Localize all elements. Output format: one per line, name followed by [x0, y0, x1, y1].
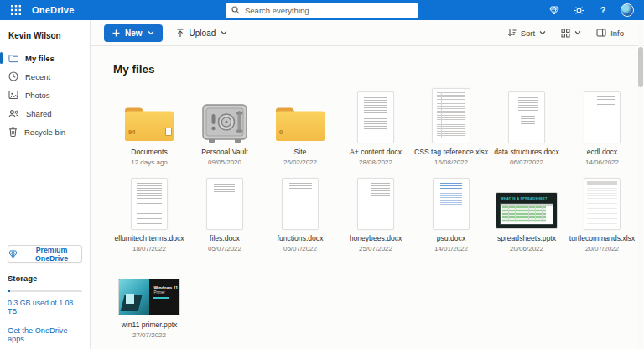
slide-subtitle-text: Primer	[153, 290, 178, 295]
search-bar[interactable]	[226, 3, 418, 18]
upload-icon	[176, 29, 184, 38]
file-date: 14/01/2022	[413, 245, 489, 253]
folder-thumbnail: 0	[262, 88, 338, 143]
file-name: ellumitech terms.docx	[112, 234, 187, 242]
folder-doc-badge	[165, 128, 172, 136]
premium-onedrive-button[interactable]: Premium OneDrive	[8, 245, 82, 263]
sidebar-item-shared[interactable]: Shared	[0, 104, 90, 122]
view-options-button[interactable]	[561, 29, 581, 38]
file-name: A+ content.docx	[338, 148, 413, 156]
folder-icon	[122, 103, 176, 143]
file-name: psu.docx	[413, 234, 489, 242]
diamond-icon	[8, 250, 18, 258]
presentation-thumbnail: WHAT IS A SPREADSHEET	[489, 174, 564, 230]
chevron-down-icon	[148, 30, 154, 35]
storage-usage-link[interactable]: 0.3 GB used of 1.08 TB	[8, 299, 82, 315]
chevron-down-icon	[539, 30, 546, 35]
file-name: Site	[262, 148, 338, 156]
file-name: ecdl.docx	[564, 148, 640, 156]
file-tile[interactable]: honeybees.docx 25/07/2022	[338, 174, 413, 253]
info-label: Info	[610, 29, 624, 38]
file-name: functions.docx	[262, 234, 338, 242]
spreadsheet-thumbnail	[564, 174, 640, 230]
sidebar-item-recent[interactable]: Recent	[0, 67, 90, 86]
file-date: 18/07/2022	[112, 245, 187, 253]
sidebar-item-photos[interactable]: Photos	[0, 86, 90, 104]
presentation-thumbnail: Windows 11 Primer	[112, 261, 187, 316]
file-tile[interactable]: CSS tag reference.xlsx 16/08/2022	[413, 88, 489, 166]
app-launcher-icon[interactable]	[7, 0, 25, 20]
file-tile[interactable]: psu.docx 14/01/2022	[413, 174, 489, 253]
document-thumbnail	[112, 174, 187, 230]
file-tile[interactable]: A+ content.docx 28/08/2022	[338, 88, 413, 166]
settings-gear-icon[interactable]	[572, 3, 585, 17]
sort-button[interactable]: Sort	[507, 29, 546, 38]
slide-photo	[119, 279, 149, 315]
file-tile[interactable]: files.docx 05/07/2022	[187, 174, 262, 253]
file-name: Documents	[112, 148, 187, 156]
grid-view-icon	[561, 29, 570, 38]
file-date: 05/07/2022	[187, 245, 262, 253]
file-name: files.docx	[187, 234, 262, 242]
file-tile-documents[interactable]: 94 Documents 12 days ago	[112, 88, 187, 166]
new-button-label: New	[125, 29, 143, 38]
file-date: 26/02/2022	[262, 159, 338, 166]
main-content: New Upload Sort	[91, 20, 644, 349]
user-name: Kevin Wilson	[0, 20, 90, 49]
file-tile[interactable]: turtlecommands.xlsx 20/07/2022	[564, 174, 640, 253]
folder-item-count: 0	[279, 128, 283, 136]
vault-thumbnail	[187, 88, 262, 143]
top-app-bar: OneDrive ?	[0, 0, 644, 20]
document-thumbnail	[187, 174, 262, 230]
sidebar-item-label: My files	[25, 54, 55, 63]
file-date: 25/07/2022	[338, 245, 413, 253]
photos-icon	[8, 90, 18, 100]
folder-item-count: 94	[128, 128, 135, 136]
file-tile[interactable]: Windows 11 Primer win11 primer.pptx 27/0…	[112, 261, 187, 339]
file-tile[interactable]: ecdl.docx 14/06/2022	[564, 88, 640, 166]
sidebar-item-label: Photos	[25, 91, 50, 100]
premium-button-label: Premium OneDrive	[22, 246, 81, 263]
file-date: 20/06/2022	[489, 245, 564, 253]
file-date: 16/08/2022	[413, 159, 489, 166]
new-button[interactable]: New	[104, 24, 163, 42]
sort-label: Sort	[521, 29, 535, 38]
file-name: turtlecommands.xlsx	[564, 234, 640, 242]
help-icon[interactable]: ?	[596, 3, 610, 17]
upload-button[interactable]: Upload	[176, 29, 228, 38]
trash-icon	[8, 127, 18, 137]
file-tile-personal-vault[interactable]: Personal Vault 09/05/2020	[187, 88, 262, 166]
document-thumbnail	[338, 88, 413, 143]
file-tile[interactable]: data structures.docx 06/07/2022	[489, 88, 564, 166]
file-date: 28/08/2022	[338, 159, 413, 166]
app-title[interactable]: OneDrive	[32, 5, 75, 15]
sidebar-item-recycle-bin[interactable]: Recycle bin	[0, 122, 90, 141]
premium-diamond-icon[interactable]	[548, 3, 561, 17]
search-input[interactable]	[245, 6, 413, 15]
get-onedrive-apps-link[interactable]: Get the OneDrive apps	[8, 326, 82, 343]
file-tile-site[interactable]: 0 Site 26/02/2022	[262, 88, 338, 166]
files-grid: 94 Documents 12 days ago	[112, 88, 644, 339]
user-avatar[interactable]	[621, 3, 634, 17]
file-tile[interactable]: ellumitech terms.docx 18/07/2022	[112, 174, 187, 253]
info-pane-button[interactable]: Info	[596, 29, 624, 38]
folder-icon	[8, 54, 18, 63]
document-thumbnail	[564, 88, 640, 143]
document-thumbnail	[413, 174, 489, 230]
upload-button-label: Upload	[190, 29, 216, 38]
vertical-scrollbar-thumb[interactable]	[638, 47, 643, 87]
page-title: My files	[113, 63, 644, 76]
file-name: honeybees.docx	[338, 234, 413, 242]
search-icon	[231, 6, 240, 14]
slide-spreadsheet-image	[501, 204, 553, 224]
file-date: 09/05/2020	[187, 159, 262, 166]
file-name: Personal Vault	[187, 148, 262, 156]
slide-accent-bar	[153, 297, 169, 299]
sidebar-item-my-files[interactable]: My files	[0, 49, 90, 67]
file-name: spreadsheets.pptx	[489, 234, 564, 242]
storage-progress-fill	[8, 290, 10, 292]
sidebar-item-label: Recycle bin	[24, 128, 65, 137]
file-tile[interactable]: WHAT IS A SPREADSHEET spreadsheets.pptx …	[489, 174, 564, 253]
file-tile[interactable]: functions.docx 05/07/2022	[262, 174, 338, 253]
file-date: 20/07/2022	[564, 245, 640, 253]
